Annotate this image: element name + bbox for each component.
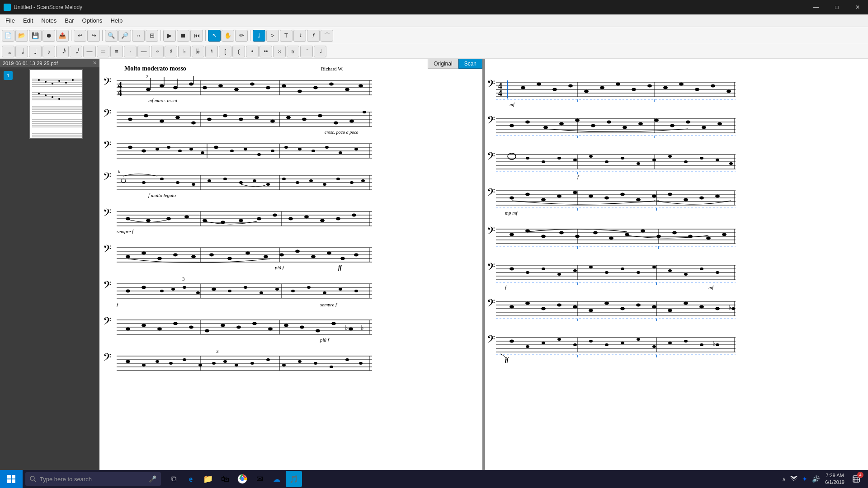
dropbox-icon[interactable]: ✦ [800,475,809,483]
bracket-button[interactable]: [ [219,46,231,57]
open-button[interactable]: 📂 [15,30,28,42]
chrome-icon[interactable] [234,471,250,487]
search-bar[interactable]: Type here to search 🎤 [25,472,161,486]
svg-point-348 [573,159,577,161]
triplet-button[interactable]: 3 [273,46,286,57]
staccato-button[interactable]: · [124,46,137,57]
svg-point-136 [253,179,256,182]
note-quarter-button[interactable]: ♩ [253,30,265,42]
svg-point-459 [620,307,625,310]
notification-button[interactable]: 4 [848,471,864,487]
svg-text:3: 3 [182,276,185,282]
svg-point-326 [638,122,643,126]
text-button[interactable]: T [280,30,292,42]
svg-point-54 [218,84,223,88]
rewind-button[interactable]: ⏮ [190,30,203,42]
svg-point-132 [192,183,195,186]
play-button[interactable]: ▶ [163,30,176,42]
page-view-button[interactable]: ⊞ [146,30,158,42]
turn-button[interactable]: 𝆆 [300,46,313,57]
toolbar-sep-5 [250,30,250,41]
zoom-in-button[interactable]: 🔍 [105,30,118,42]
network-icon[interactable] [788,476,799,482]
tenuto-button[interactable]: — [137,46,150,57]
start-button[interactable] [0,470,23,488]
svg-point-166 [320,219,325,222]
task-view-button[interactable]: ⧉ [165,471,182,487]
trill-button[interactable]: tr [287,46,299,57]
eighth-note-button[interactable]: ♪ [42,46,55,57]
pdf-close-button[interactable]: ✕ [93,60,97,66]
slur-button[interactable]: ⌒ [321,30,333,42]
save-button[interactable]: 💾 [29,30,42,42]
menu-edit[interactable]: Edit [19,15,37,26]
scan-tab[interactable]: Scan [458,59,482,69]
sixteenth-note-button[interactable]: 𝅘𝅥𝅯 [56,46,69,57]
hand-tool-button[interactable]: ✋ [222,30,234,42]
app-title: Untitled - ScanScore Melody [14,4,82,10]
triple-beam-button[interactable]: ≡ [110,46,123,57]
menu-help[interactable]: Help [107,15,126,26]
paren-button[interactable]: ( [232,46,245,57]
volume-icon[interactable]: 🔊 [810,475,821,483]
double-flat-button[interactable]: 𝄫 [192,46,204,57]
svg-point-382 [684,198,688,202]
redo-button[interactable]: ↪ [87,30,100,42]
fermata-button[interactable]: 𝄐 [151,46,164,57]
stop-button[interactable]: ⏹ [177,30,189,42]
music-display-area: Original Scan Molto moderato mosso Richa… [99,59,868,470]
menu-notes[interactable]: Notes [38,15,60,26]
grace-note-button[interactable]: 𝅘𝅥 [314,46,326,57]
close-button[interactable]: ✕ [847,0,868,14]
svg-rect-503 [7,479,11,483]
svg-point-323 [591,124,595,127]
double-beam-button[interactable]: ═ [97,46,109,57]
original-tab[interactable]: Original [428,59,458,69]
onedrive-icon[interactable]: ☁ [269,471,285,487]
original-music-svg: Molto moderato mosso Richard W. 𝄢 4 4 2 [99,62,377,469]
menu-options[interactable]: Options [79,15,106,26]
eraser-tool-button[interactable]: ✏ [235,30,248,42]
half-note-button[interactable]: 𝅗𝅥 [15,46,28,57]
whole-note-button[interactable]: 𝅝 [2,46,14,57]
note-dot-button[interactable]: • [246,46,259,57]
menu-bar[interactable]: Bar [61,15,77,26]
minimize-button[interactable]: — [806,0,826,14]
zoom-out-button[interactable]: 🔎 [118,30,131,42]
sharp-button[interactable]: ♯ [165,46,177,57]
svg-point-381 [668,193,672,196]
accent-button[interactable]: > [266,30,279,42]
new-button[interactable]: 📄 [2,30,14,42]
fit-width-button[interactable]: ↔ [132,30,145,42]
mail-icon[interactable]: ✉ [251,471,268,487]
store-icon[interactable]: 🛍 [217,471,233,487]
rest-button[interactable]: 𝄽 [293,30,306,42]
record-button[interactable]: ⏺ [42,30,55,42]
flat-button[interactable]: ♭ [178,46,191,57]
svg-point-60 [313,86,318,89]
scanscore-icon[interactable]: 🎵 [286,471,302,487]
toolbar-main: 📄 📂 💾 ⏺ 📤 ↩ ↪ 🔍 🔎 ↔ ⊞ ▶ ⏹ ⏮ ↖ ✋ ✏ ♩ > T … [0,27,868,44]
export-button[interactable]: 📤 [56,30,69,42]
select-tool-button[interactable]: ↖ [208,30,221,42]
dynamic-f-button[interactable]: f [307,30,320,42]
svg-point-213 [228,290,231,292]
natural-button[interactable]: ♮ [205,46,218,57]
svg-text:f molto legato: f molto legato [148,192,176,198]
file-explorer-icon[interactable]: 📁 [200,471,216,487]
search-icon [30,476,36,482]
undo-button[interactable]: ↩ [74,30,86,42]
double-dot-button[interactable]: •• [259,46,272,57]
edge-browser-icon[interactable]: e [183,471,199,487]
beam-button[interactable]: — [83,46,96,57]
svg-point-262 [142,364,146,366]
svg-point-437 [716,271,719,274]
maximize-button[interactable]: □ [826,0,847,14]
svg-point-318 [509,124,514,127]
thirty-second-note-button[interactable]: 𝅘𝅥𝅰 [70,46,82,57]
titlebar-controls[interactable]: — □ ✕ [806,0,868,14]
menu-file[interactable]: File [2,15,19,26]
tray-expand-icon[interactable]: ∧ [780,476,788,482]
taskbar-icons: ⧉ e 📁 🛍 ✉ ☁ 🎵 [165,471,302,487]
quarter-note-button[interactable]: ♩ [29,46,42,57]
